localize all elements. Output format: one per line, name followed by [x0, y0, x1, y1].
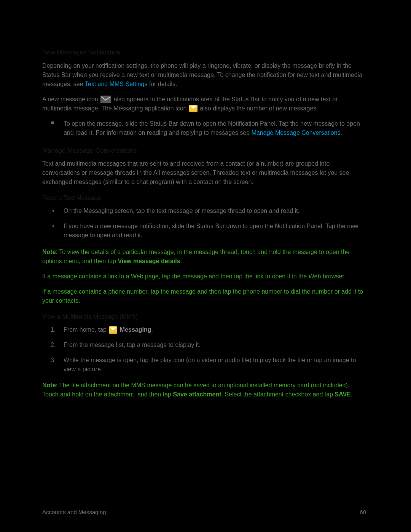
list-item: From the message list, tap a message to … — [64, 340, 366, 350]
list-item: If you have a new message notification, … — [64, 222, 366, 240]
bold-text: Messaging — [120, 326, 151, 333]
subheading-read-text: Read a Text Message — [42, 193, 366, 203]
list-item: To open the message, slide the Status Ba… — [64, 119, 366, 137]
note-paragraph: If a message contains a phone number, ta… — [42, 287, 366, 305]
paragraph: A new message icon also appears in the n… — [42, 95, 366, 113]
text: A new message icon — [42, 96, 100, 102]
subheading-view-mms: View a Multimedia Message (MMS) — [42, 312, 366, 321]
page-body: New Messages Notification Depending on y… — [0, 0, 411, 399]
text: : To view the details of a particular me… — [42, 249, 349, 264]
note-paragraph: Note: The file attachment on the MMS mes… — [42, 381, 366, 399]
page-footer: Accounts and Messaging 60 — [42, 509, 366, 515]
paragraph: Text and multimedia messages that are se… — [42, 159, 366, 187]
list-item: While the message is open, tap the play … — [64, 356, 366, 374]
text: . — [180, 258, 182, 264]
bullet-list-round: On the Messaging screen, tap the text me… — [42, 206, 366, 240]
text: . — [351, 391, 352, 398]
heading-new-messages: New Messages Notification — [42, 48, 366, 58]
text: also displays the number of new messages… — [200, 105, 318, 112]
messaging-app-icon — [189, 105, 198, 112]
text: . Select the attachment checkbox and tap — [221, 391, 335, 398]
text: for details. — [147, 81, 177, 87]
new-message-icon — [100, 96, 111, 103]
note-paragraph: If a message contains a link to a Web pa… — [42, 272, 366, 281]
messaging-app-icon — [109, 326, 117, 334]
footer-page-number: 60 — [360, 509, 366, 515]
list-item: From home, tap Messaging. — [64, 325, 366, 334]
text: From home, tap — [64, 326, 108, 333]
bold-text: View message details — [118, 258, 180, 264]
list-item: On the Messaging screen, tap the text me… — [64, 206, 366, 216]
numbered-list: From home, tap Messaging. From the messa… — [42, 325, 366, 374]
note-paragraph: Note: To view the details of a particula… — [42, 248, 366, 266]
paragraph: Depending on your notification settings,… — [42, 61, 366, 89]
footer-section-name: Accounts and Messaging — [42, 509, 106, 515]
link-text-mms-settings[interactable]: Text and MMS Settings — [85, 81, 148, 87]
svg-rect-0 — [100, 96, 111, 103]
text: . — [341, 129, 342, 136]
text: . — [151, 326, 153, 333]
note-label: Note — [42, 249, 56, 255]
heading-manage-conversations: Manage Message Conversations — [42, 146, 366, 156]
bold-text: SAVE — [335, 391, 351, 398]
bullet-list-square: To open the message, slide the Status Ba… — [42, 119, 366, 137]
link-manage-conversations[interactable]: Manage Message Conversations — [252, 129, 341, 136]
bold-text: Save attachment — [173, 391, 221, 398]
note-label: Note — [42, 382, 56, 388]
